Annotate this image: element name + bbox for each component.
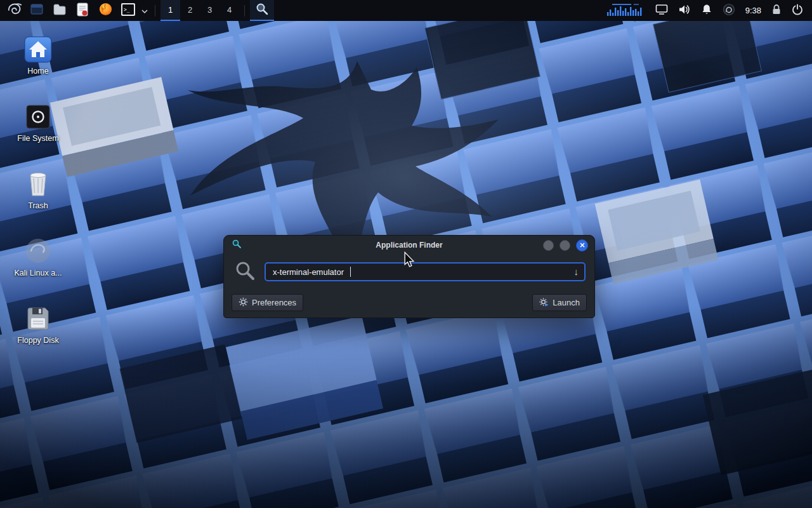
desktop-icon-label: Home — [5, 67, 71, 76]
lock-icon[interactable] — [771, 4, 782, 18]
firefox-icon — [98, 2, 113, 19]
close-icon — [580, 243, 585, 248]
show-desktop-launcher[interactable] — [25, 0, 48, 21]
launch-button-label: Launch — [553, 298, 580, 307]
search-input[interactable]: x-terminal-emulator ↓ — [265, 262, 586, 281]
taskbar-application-finder[interactable] — [250, 0, 274, 21]
workspace-1[interactable]: 1 — [160, 0, 180, 21]
desktop-icon-label: Kali Linux a... — [5, 269, 71, 277]
updates-status-icon[interactable] — [723, 3, 735, 18]
chevron-down-icon — [141, 5, 148, 17]
trash-icon — [5, 168, 71, 198]
workspace-2-label: 2 — [188, 5, 192, 15]
folder-icon — [53, 3, 67, 19]
kali-disc-icon — [5, 235, 71, 265]
workspace-3-label: 3 — [207, 5, 212, 15]
desktop-icon-kali-linux[interactable]: Kali Linux a... — [5, 235, 71, 277]
file-manager-launcher[interactable] — [48, 0, 71, 21]
desktop-icon-label: Trash — [5, 201, 71, 210]
svg-text:>_: >_ — [124, 7, 130, 13]
hard-drive-icon — [5, 100, 71, 131]
workspace-4[interactable]: 4 — [219, 0, 239, 21]
workspace-2[interactable]: 2 — [180, 0, 200, 21]
search-magnifier-icon — [234, 260, 256, 284]
terminal-launcher[interactable]: >_ — [117, 0, 140, 21]
terminal-dropdown-button[interactable] — [140, 0, 150, 21]
workspace-1-label: 1 — [168, 5, 173, 15]
launch-icon — [539, 297, 549, 309]
maximize-button[interactable] — [560, 240, 570, 251]
kali-menu-button[interactable] — [4, 0, 25, 21]
top-panel: >_ 1 2 3 4 — [0, 0, 812, 21]
application-finder-app-icon — [232, 239, 242, 251]
kali-logo-icon — [7, 2, 22, 20]
terminal-icon: >_ — [121, 3, 136, 19]
desktop-icon-label: File System — [5, 134, 71, 143]
workspace-4-label: 4 — [227, 5, 232, 15]
panel-separator — [244, 5, 245, 17]
application-finder-window: Application Finder x-terminal-emulator ↓… — [223, 235, 595, 318]
floppy-disk-icon — [5, 302, 71, 333]
panel-separator — [155, 5, 155, 17]
workspace-3[interactable]: 3 — [200, 0, 219, 21]
close-button[interactable] — [576, 239, 588, 251]
minimize-button[interactable] — [543, 240, 554, 251]
launch-button[interactable]: Launch — [532, 294, 587, 311]
home-icon — [5, 33, 71, 64]
power-icon[interactable] — [792, 4, 803, 18]
firefox-launcher[interactable] — [94, 0, 117, 21]
clock[interactable]: 9:38 — [745, 6, 761, 15]
document-icon — [76, 3, 89, 19]
magnifier-icon — [255, 2, 269, 18]
preferences-button[interactable]: Preferences — [232, 294, 303, 311]
preferences-button-label: Preferences — [252, 298, 296, 307]
mouse-cursor — [403, 251, 415, 271]
system-monitor-graph[interactable] — [605, 2, 645, 20]
gear-icon — [239, 297, 248, 309]
text-caret — [350, 267, 351, 277]
desktop-icon-label: Floppy Disk — [5, 336, 71, 345]
window-icon — [30, 3, 44, 19]
dropdown-arrow-icon[interactable]: ↓ — [574, 266, 579, 277]
notifications-bell-icon[interactable] — [701, 4, 712, 18]
desktop-icon-home[interactable]: Home — [5, 33, 71, 76]
search-input-value: x-terminal-emulator — [273, 267, 344, 277]
desktop-icon-trash[interactable]: Trash — [5, 168, 71, 210]
window-title: Application Finder — [224, 241, 594, 250]
desktop-icon-floppy-disk[interactable]: Floppy Disk — [5, 302, 71, 345]
volume-icon[interactable] — [678, 4, 691, 18]
desktop-icon-file-system[interactable]: File System — [5, 100, 71, 143]
display-icon[interactable] — [655, 4, 668, 18]
text-editor-launcher[interactable] — [71, 0, 94, 21]
